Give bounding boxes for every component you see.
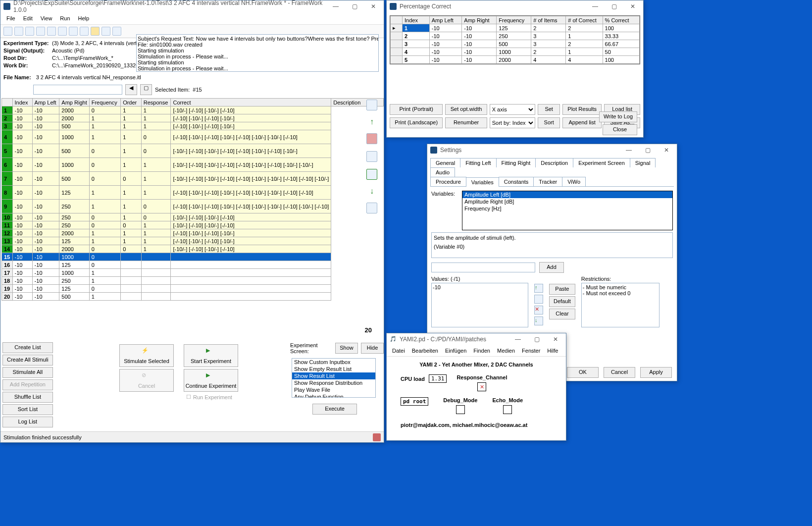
- col-header[interactable]: Amp Left: [32, 99, 59, 106]
- menu-item[interactable]: Help: [74, 13, 94, 23]
- list-action-button[interactable]: Add Repetition: [2, 379, 53, 390]
- col-header[interactable]: Response: [141, 99, 171, 106]
- stimulate-selected-button[interactable]: ⚡ Stimulate Selected: [119, 344, 174, 367]
- tool-icon[interactable]: [58, 27, 67, 36]
- pc-titlebar[interactable]: Percentage Correct — ▢ ✕: [387, 0, 643, 12]
- tool-icon[interactable]: [69, 27, 78, 36]
- camera-icon[interactable]: [112, 27, 121, 36]
- table-row[interactable]: 3-10-105003266.67: [391, 40, 640, 48]
- debug-mode-toggle[interactable]: [456, 405, 465, 414]
- list-item[interactable]: Amplitude Right [dB]: [462, 198, 672, 205]
- table-row[interactable]: 12 -10-10 20001 11 [-/-10] [-10/-] [-/-1…: [2, 229, 384, 237]
- menu-item[interactable]: File: [2, 13, 19, 23]
- tab[interactable]: General: [430, 158, 460, 167]
- save-icon[interactable]: [25, 27, 34, 36]
- variables-listbox[interactable]: Amplitude Left [dB]Amplitude Right [dB]F…: [462, 191, 673, 230]
- tab[interactable]: Constants: [499, 177, 534, 186]
- col-header[interactable]: Correct: [171, 99, 331, 106]
- filter-input[interactable]: [33, 85, 122, 95]
- run-experiment-checkbox[interactable]: ☐ Run Experiment: [186, 394, 232, 400]
- table-row[interactable]: 9 -10-10 2501 10 [-/-10] [-10/-] [-/-10]…: [2, 200, 384, 213]
- open-icon[interactable]: [14, 27, 23, 36]
- list-item[interactable]: Show Custom Inputbox: [292, 359, 375, 366]
- table-row[interactable]: 10 -10-10 2500 10 [-10/-] [-/-10] [-10/-…: [2, 213, 384, 221]
- set-button[interactable]: Set: [538, 104, 560, 115]
- table-row[interactable]: 5 -10-10 5000 10 [-10/-] [-/-10] [-10/-]…: [2, 144, 384, 158]
- table-row[interactable]: 6 -10-10 10000 11 [-10/-] [-/-10] [-10/-…: [2, 158, 384, 172]
- table-row[interactable]: 2-10-102503133.33: [391, 32, 640, 40]
- table-row[interactable]: 14 -10-10 20000 01 [-10/-] [-/-10] [-10/…: [2, 245, 384, 253]
- table-row[interactable]: 8 -10-10 1251 11 [-/-10] [-10/-] [-/-10]…: [2, 186, 384, 200]
- close-button[interactable]: Close: [603, 124, 637, 135]
- append-list-button[interactable]: Append list: [562, 117, 602, 128]
- table-row[interactable]: 19 -10-10 1250: [2, 285, 384, 293]
- col-header[interactable]: Amp Right: [462, 16, 497, 24]
- tab[interactable]: Tracker: [533, 177, 562, 186]
- start-experiment-button[interactable]: ▶ Start Experiment: [184, 344, 238, 367]
- tool-icon[interactable]: [102, 27, 110, 36]
- table-row[interactable]: 2 -10-10 20001 11 [-/-10] [-10/-] [-/-10…: [2, 114, 384, 122]
- list-item[interactable]: Play Wave File: [292, 386, 375, 393]
- action-icon[interactable]: [366, 133, 377, 144]
- values-textarea[interactable]: -10: [431, 283, 528, 327]
- tab[interactable]: Experiment Screen: [573, 158, 630, 167]
- col-header[interactable]: Frequency: [89, 99, 120, 106]
- tab[interactable]: Audio: [430, 167, 455, 177]
- close-button[interactable]: ✕: [657, 145, 676, 156]
- table-row[interactable]: 15 -10-10 10000: [2, 253, 384, 261]
- xaxis-select[interactable]: X axis: [490, 104, 536, 115]
- move-up-icon[interactable]: ↑: [534, 284, 543, 293]
- pd-root-object[interactable]: pd root: [401, 397, 428, 406]
- menu-item[interactable]: Edit: [19, 13, 37, 23]
- response-channel-toggle[interactable]: [477, 382, 486, 391]
- close-button[interactable]: ✕: [364, 1, 383, 12]
- print-portrait-button[interactable]: Print (Portrait): [390, 104, 443, 115]
- tool-icon[interactable]: [47, 27, 56, 36]
- sort-button[interactable]: Sort: [538, 117, 560, 128]
- list-action-button[interactable]: Create List: [2, 342, 53, 353]
- col-header[interactable]: Order: [121, 99, 142, 106]
- log-box[interactable]: Subject's Request Text: Now we have 4 in…: [136, 34, 379, 72]
- menu-item[interactable]: Finden: [470, 346, 494, 355]
- menu-item[interactable]: Run: [56, 13, 74, 23]
- move-down-icon[interactable]: ↓: [370, 187, 374, 196]
- execute-button[interactable]: Execute: [312, 404, 357, 415]
- ok-button[interactable]: OK: [567, 367, 599, 378]
- col-header[interactable]: Amp Right: [59, 99, 89, 106]
- show-button[interactable]: Show: [335, 343, 358, 354]
- list-action-button[interactable]: Shuffle List: [2, 392, 53, 403]
- pc-results-grid[interactable]: IndexAmp LeftAmp RightFrequency# of Item…: [390, 16, 640, 64]
- cancel-button[interactable]: Cancel: [604, 367, 635, 378]
- menu-item[interactable]: View: [37, 13, 56, 23]
- apply-button[interactable]: Apply: [640, 367, 672, 378]
- tab[interactable]: Procedure: [430, 177, 466, 186]
- close-button[interactable]: ✕: [623, 1, 642, 12]
- echo-mode-toggle[interactable]: [503, 405, 512, 414]
- table-row[interactable]: 7 -10-10 5000 01 [-10/-] [-/-10] [-10/-]…: [2, 172, 384, 186]
- list-item[interactable]: Amplitude Left [dB]: [462, 191, 672, 198]
- menu-item[interactable]: Medien: [494, 346, 518, 355]
- window-icon[interactable]: [366, 100, 377, 110]
- list-action-button[interactable]: Stimulate All: [2, 367, 53, 378]
- tab[interactable]: Variables: [466, 177, 499, 187]
- settings-icon[interactable]: [366, 203, 377, 213]
- item-list-grid[interactable]: IndexAmp LeftAmp RightFrequencyOrderResp…: [1, 98, 384, 301]
- maximize-button[interactable]: ▢: [638, 145, 657, 156]
- menu-item[interactable]: Datei: [389, 346, 408, 355]
- minimize-button[interactable]: —: [619, 145, 638, 156]
- next-button[interactable]: ▢: [140, 84, 152, 95]
- col-header[interactable]: Frequency: [497, 16, 531, 24]
- new-icon[interactable]: [3, 27, 12, 36]
- col-header[interactable]: # of Correct: [566, 16, 603, 24]
- minimize-button[interactable]: —: [508, 334, 527, 345]
- clear-button[interactable]: Clear: [549, 309, 575, 319]
- tool-icon[interactable]: [80, 27, 89, 36]
- menu-item[interactable]: Einfügen: [442, 346, 470, 355]
- col-header[interactable]: # of Items: [531, 16, 566, 24]
- hide-button[interactable]: Hide: [361, 343, 384, 354]
- menu-item[interactable]: Hilfe: [544, 346, 561, 355]
- table-row[interactable]: 4 -10-10 10001 10 [-/-10] [-10/-] [-/-10…: [2, 130, 384, 144]
- table-row[interactable]: 11 -10-10 2500 01 [-10/-] [-/-10] [-10/-…: [2, 221, 384, 229]
- copy-icon[interactable]: [534, 295, 543, 304]
- delete-icon[interactable]: ✕: [534, 306, 543, 315]
